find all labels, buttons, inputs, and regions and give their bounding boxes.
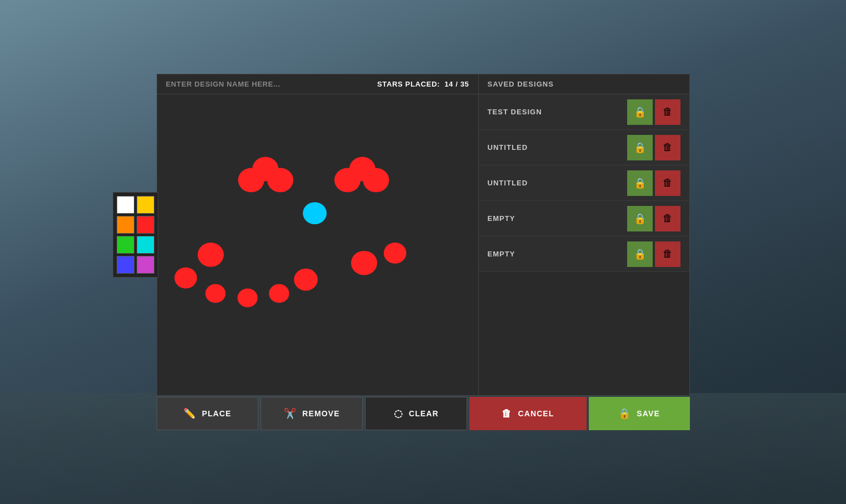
save-icon-4: 🔒 [634,213,646,225]
place-button[interactable]: ✏️ PLACE [157,397,259,430]
canvas-area[interactable] [157,94,478,390]
saved-design-delete-btn-3[interactable]: 🗑 [655,170,680,196]
saved-design-name-4: EMPTY [488,214,515,223]
svg-point-5 [363,168,389,193]
saved-panel: SAVED DESIGNS TEST DESIGN 🔒 🗑 [479,74,690,396]
design-name-input[interactable] [166,80,311,88]
delete-icon-3: 🗑 [663,177,673,189]
save-icon-5: 🔒 [634,248,646,260]
clear-icon: ◌ [394,409,403,419]
saved-design-item-3: UNTITLED 🔒 🗑 [479,165,689,201]
delete-icon-2: 🗑 [663,142,673,153]
toolbar: ✏️ PLACE ✂️ REMOVE ◌ CLEAR 🗑 CANCEL 🔒 SA… [157,397,690,430]
saved-design-actions-2: 🔒 🗑 [627,135,680,160]
save-icon-1: 🔒 [634,106,646,118]
svg-point-6 [303,202,327,224]
cancel-icon: 🗑 [502,409,512,419]
clear-button[interactable]: ◌ CLEAR [365,397,467,430]
saved-design-delete-btn-5[interactable]: 🗑 [655,241,680,267]
canvas-panel: STARS PLACED: 14 / 35 [157,74,479,396]
saved-design-item-1: TEST DESIGN 🔒 🗑 [479,94,689,130]
saved-design-name-2: UNTITLED [488,143,528,152]
design-svg [157,94,478,390]
svg-point-7 [197,243,223,267]
delete-icon-1: 🗑 [663,106,673,118]
saved-design-save-btn-3[interactable]: 🔒 [627,170,653,196]
saved-design-name-5: EMPTY [488,250,515,258]
color-swatch-red[interactable] [137,216,154,234]
color-swatch-blue[interactable] [117,256,134,274]
saved-design-actions-5: 🔒 🗑 [627,241,680,267]
color-swatch-cyan[interactable] [137,236,154,254]
color-swatch-magenta[interactable] [137,256,154,274]
saved-design-name-3: UNTITLED [488,179,528,187]
color-swatch-white[interactable] [117,196,134,214]
saved-designs-list: TEST DESIGN 🔒 🗑 UNTITLED [479,94,689,272]
saved-designs-header: SAVED DESIGNS [479,74,689,94]
svg-point-14 [383,243,406,264]
remove-button[interactable]: ✂️ REMOVE [261,397,363,430]
saved-design-item-5: EMPTY 🔒 🗑 [479,236,689,272]
svg-point-13 [351,251,377,275]
saved-design-actions-1: 🔒 🗑 [627,99,680,125]
saved-design-actions-4: 🔒 🗑 [627,206,680,231]
svg-point-12 [294,269,318,291]
save-button[interactable]: 🔒 SAVE [589,397,690,430]
saved-design-save-btn-4[interactable]: 🔒 [627,206,653,231]
saved-design-delete-btn-4[interactable]: 🗑 [655,206,680,231]
save-icon-2: 🔒 [634,142,646,154]
stars-placed-label: STARS PLACED: 14 / 35 [377,80,469,88]
canvas-header: STARS PLACED: 14 / 35 [157,74,478,94]
remove-icon: ✂️ [284,409,297,419]
saved-design-name-1: TEST DESIGN [488,108,542,116]
svg-point-8 [174,268,197,289]
place-icon: ✏️ [183,409,196,419]
saved-design-actions-3: 🔒 🗑 [627,170,680,196]
saved-design-delete-btn-2[interactable]: 🗑 [655,135,680,160]
delete-icon-4: 🗑 [663,213,673,224]
saved-design-save-btn-1[interactable]: 🔒 [627,99,653,125]
svg-point-2 [267,168,293,193]
save-toolbar-icon: 🔒 [618,409,631,419]
delete-icon-5: 🗑 [663,248,673,260]
color-swatch-orange[interactable] [117,216,134,234]
save-icon-3: 🔒 [634,177,646,189]
svg-point-9 [205,284,225,303]
modal: STARS PLACED: 14 / 35 [157,74,690,430]
svg-point-10 [237,289,257,308]
saved-design-delete-btn-1[interactable]: 🗑 [655,99,680,125]
modal-top: STARS PLACED: 14 / 35 [157,74,690,396]
color-swatch-yellow[interactable] [137,196,154,214]
modal-overlay: STARS PLACED: 14 / 35 [0,0,846,504]
color-palette [113,192,158,278]
saved-design-item-4: EMPTY 🔒 🗑 [479,201,689,236]
saved-design-item-2: UNTITLED 🔒 🗑 [479,130,689,165]
cancel-button[interactable]: 🗑 CANCEL [469,397,586,430]
saved-design-save-btn-5[interactable]: 🔒 [627,241,653,267]
color-swatch-green[interactable] [117,236,134,254]
saved-design-save-btn-2[interactable]: 🔒 [627,135,653,160]
svg-point-11 [269,284,289,303]
